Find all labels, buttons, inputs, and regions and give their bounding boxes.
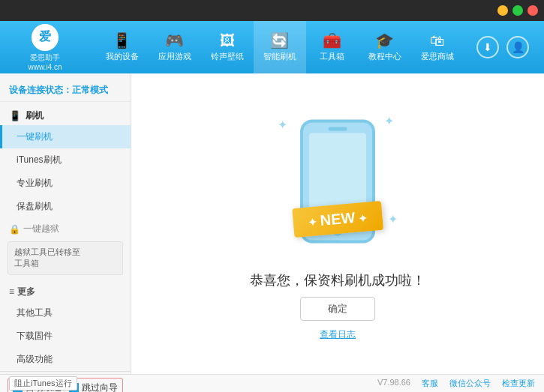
more-section-header: ≡ 更多	[0, 281, 131, 301]
nav-apps-icon: 🎮	[165, 33, 184, 48]
check-update-link[interactable]: 检查更新	[502, 378, 535, 389]
stop-itunes-button[interactable]: 阻止iTunes运行	[9, 376, 77, 391]
success-illustration: ✦ ✦ ✦ NEW	[263, 106, 413, 256]
sidebar: 设备连接状态：正常模式 📱 刷机 一键刷机 iTunes刷机 专业刷机 保盘刷机…	[0, 73, 131, 374]
nav-shop[interactable]: 🛍 爱思商城	[411, 21, 464, 73]
logo[interactable]: 爱 爱思助手 www.i4.cn	[8, 24, 83, 71]
nav-ringtone[interactable]: 🖼 铃声壁纸	[201, 21, 254, 73]
nav-items: 📱 我的设备 🎮 应用游戏 🖼 铃声壁纸 🔄 智能刷机 🧰 工具箱 🎓 教程中心…	[83, 21, 476, 73]
nav-ringtone-icon: 🖼	[220, 33, 235, 48]
nav-shop-icon: 🛍	[430, 33, 445, 48]
nav-ringtone-label: 铃声壁纸	[211, 51, 244, 62]
phone-speaker	[329, 127, 347, 131]
nav-tutorial[interactable]: 🎓 教程中心	[359, 21, 411, 73]
title-bar	[0, 0, 544, 21]
view-log-link[interactable]: 查看日志	[320, 328, 356, 341]
connection-status: 设备连接状态：正常模式	[0, 79, 131, 102]
nav-actions: ⬇ 👤	[476, 36, 536, 58]
nav-flash-label: 智能刷机	[263, 51, 296, 62]
nav-tutorial-label: 教程中心	[368, 51, 401, 62]
nav-my-device[interactable]: 📱 我的设备	[96, 21, 149, 73]
lock-icon: 🔒	[9, 224, 20, 235]
sidebar-item-one-click-flash[interactable]: 一键刷机	[0, 125, 131, 148]
main-content: 设备连接状态：正常模式 📱 刷机 一键刷机 iTunes刷机 专业刷机 保盘刷机…	[0, 73, 544, 374]
jailbreak-note: 越狱工具已转移至工具箱	[8, 241, 123, 275]
nav-device-icon: 📱	[113, 33, 131, 48]
more-icon: ≡	[9, 286, 14, 297]
nav-smart-flash[interactable]: 🔄 智能刷机	[254, 21, 306, 73]
sidebar-item-save-flash[interactable]: 保盘刷机	[0, 195, 131, 218]
nav-apps-games[interactable]: 🎮 应用游戏	[149, 21, 201, 73]
customer-service-link[interactable]: 客服	[422, 378, 438, 389]
flash-section-header: 📱 刷机	[0, 105, 131, 125]
connection-label: 设备连接状态：	[9, 85, 72, 95]
logo-url: www.i4.cn	[28, 63, 62, 71]
status-bar-left: 阻止iTunes运行	[9, 376, 362, 391]
status-bar-right: V7.98.66 客服 微信公众号 检查更新	[377, 378, 535, 389]
confirm-button[interactable]: 确定	[300, 297, 375, 321]
sparkle-3: ✦	[388, 212, 398, 226]
sidebar-item-download-firmware[interactable]: 下载固件	[0, 325, 131, 348]
wechat-official-link[interactable]: 微信公众号	[449, 378, 491, 389]
right-content: ✦ ✦ ✦ NEW 恭喜您，保资料刷机成功啦！ 确定 查看日志	[131, 73, 544, 374]
version-label: V7.98.66	[377, 378, 410, 389]
flash-section-label: 刷机	[26, 109, 44, 122]
top-nav: 爱 爱思助手 www.i4.cn 📱 我的设备 🎮 应用游戏 🖼 铃声壁纸 🔄 …	[0, 21, 544, 73]
logo-subtitle: 爱思助手	[30, 52, 60, 63]
jailbreak-subsection: 🔒 一键越狱	[0, 218, 131, 238]
sidebar-item-other-tools[interactable]: 其他工具	[0, 301, 131, 325]
maximize-button[interactable]	[512, 5, 523, 16]
nav-shop-label: 爱思商城	[421, 51, 454, 62]
nav-toolbox-icon: 🧰	[323, 33, 341, 48]
nav-apps-label: 应用游戏	[158, 51, 191, 62]
status-bar: 阻止iTunes运行 V7.98.66 客服 微信公众号 检查更新	[0, 374, 544, 392]
nav-tutorial-icon: 🎓	[375, 33, 394, 48]
nav-toolbox-label: 工具箱	[320, 51, 344, 62]
user-button[interactable]: 👤	[506, 36, 529, 58]
minimize-button[interactable]	[497, 5, 508, 16]
nav-flash-icon: 🔄	[270, 33, 289, 48]
sparkle-2: ✦	[384, 114, 394, 128]
download-button[interactable]: ⬇	[476, 36, 499, 58]
nav-toolbox[interactable]: 🧰 工具箱	[306, 21, 359, 73]
sidebar-item-pro-flash[interactable]: 专业刷机	[0, 172, 131, 195]
sparkle-1: ✦	[278, 118, 287, 132]
flash-section-icon: 📱	[9, 110, 21, 121]
logo-icon: 爱	[32, 24, 59, 51]
connection-value: 正常模式	[72, 85, 108, 95]
close-button[interactable]	[527, 5, 538, 16]
nav-device-label: 我的设备	[106, 51, 139, 62]
sidebar-item-advanced[interactable]: 高级功能	[0, 348, 131, 371]
sidebar-item-itunes-flash[interactable]: iTunes刷机	[0, 148, 131, 172]
success-message: 恭喜您，保资料刷机成功啦！	[250, 271, 425, 289]
